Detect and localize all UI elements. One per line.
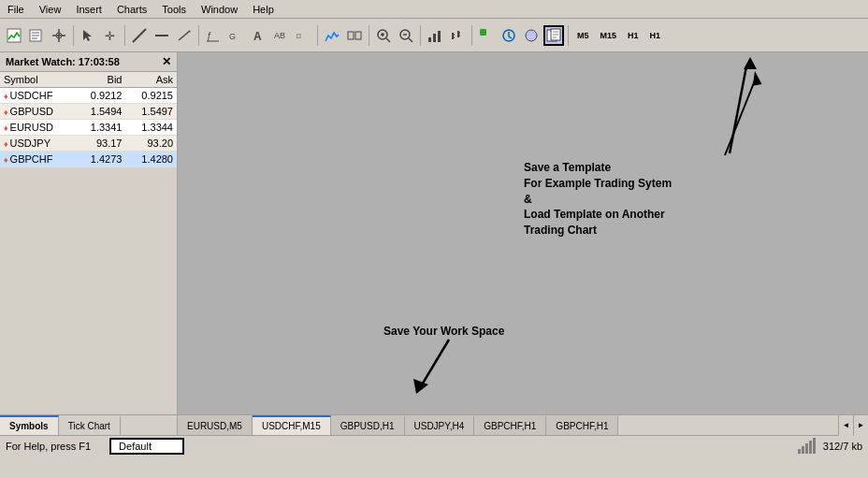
zoom-out-btn[interactable] [396,25,416,46]
chart-content: Save a Template For Example Trading Syte… [178,52,868,414]
svg-line-48 [725,80,755,155]
svg-rect-30 [433,34,436,42]
row-ask: 1.4280 [125,152,177,167]
gann-btn[interactable]: G [225,25,246,46]
menu-tools[interactable]: Tools [154,2,194,17]
row-symbol: ♦EURUSD [0,120,75,136]
row-ask: 1.5497 [125,104,177,120]
tab-tick-chart[interactable]: Tick Chart [59,415,121,435]
menu-file[interactable]: File [0,2,32,17]
sep6 [420,25,421,46]
tab-symbols[interactable]: Symbols [0,415,59,435]
svg-text:⌑: ⌑ [297,32,301,41]
svg-point-42 [526,30,537,41]
market-watch-row[interactable]: ♦USDJPY 93.17 93.20 [0,136,177,152]
market-watch-table: Symbol Bid Ask ♦USDCHF 0.9212 0.9215 ♦GB… [0,72,177,167]
hline-btn[interactable] [152,25,172,46]
market-watch-title: Market Watch: 17:03:58 [6,56,120,67]
row-ask: 93.20 [125,136,177,152]
timeframe-m15-btn[interactable]: M15 [596,25,622,46]
row-symbol: ♦USDJPY [0,136,75,152]
template-arrow [178,52,868,239]
row-ask: 0.9215 [125,88,177,104]
arrow-cursor-btn[interactable] [78,25,98,46]
status-help-text: For Help, press F1 [6,441,91,452]
market-watch-body: ♦USDCHF 0.9212 0.9215 ♦GBPUSD 1.5494 1.5… [0,88,177,167]
status-bar: For Help, press F1 Default 312/7 kb [0,435,868,456]
chart-tab-4[interactable]: GBPCHF,H1 [474,415,546,435]
row-bid: 1.3341 [75,120,126,136]
workspace-arrow [178,302,868,414]
chart-area: Save a Template For Example Trading Syte… [178,52,868,435]
scroll-right-btn[interactable]: ► [853,415,868,436]
bar2 [802,446,804,454]
col-symbol: Symbol [0,72,75,88]
trendline-btn[interactable] [174,25,195,46]
row-symbol: ♦USDCHF [0,88,75,104]
profiles-btn[interactable] [26,25,47,46]
text-btn[interactable]: A [248,25,268,46]
sep4 [317,25,318,46]
chart-history-btn[interactable] [425,25,445,46]
sep1 [73,25,74,46]
workspace-name-box[interactable]: Default [109,438,184,455]
menu-view[interactable]: View [32,2,69,17]
sep8 [568,25,569,46]
shapes-btn[interactable]: ⌑ [293,25,313,46]
line-btn[interactable] [129,25,150,46]
label-btn[interactable]: AB [270,25,291,46]
timeframe-m5-btn[interactable]: M5 [572,25,594,46]
template-btn[interactable] [543,25,564,46]
row-bid: 1.4273 [75,152,126,167]
status-right: 312/7 kb [798,438,862,454]
svg-rect-29 [428,37,431,42]
svg-marker-8 [83,30,92,41]
menu-window[interactable]: Window [194,2,245,17]
move-btn[interactable]: ✛ [100,25,121,46]
chart-tab-0[interactable]: EURUSD,M5 [178,415,253,435]
market-watch-btn[interactable] [499,25,519,46]
menu-charts[interactable]: Charts [109,2,154,17]
row-bid: 1.5494 [75,104,126,120]
row-symbol: ♦GBPCHF [0,152,75,167]
menu-bar: File View Insert Charts Tools Window Hel… [0,0,868,19]
market-watch-close-btn[interactable]: ✕ [162,55,171,68]
sep7 [471,25,472,46]
svg-marker-51 [744,57,757,69]
sep2 [124,25,125,46]
indicators-btn[interactable] [322,25,342,46]
chart-tab-2[interactable]: GBPUSD,H1 [331,415,405,435]
main-layout: Market Watch: 17:03:58 ✕ Symbol Bid Ask … [0,52,868,435]
scroll-left-btn[interactable]: ◄ [838,415,853,436]
bar3 [805,443,808,454]
toolbar: ✛ ƒ G A AB ⌑ [0,19,868,52]
row-bid: 93.17 [75,136,126,152]
crosshair-btn[interactable] [49,25,69,46]
svg-text:✛: ✛ [105,29,115,43]
sep5 [369,25,369,46]
menu-insert[interactable]: Insert [68,2,109,17]
svg-rect-21 [355,32,361,39]
chart-type-btn[interactable] [447,25,468,46]
market-watch-row[interactable]: ♦GBPUSD 1.5494 1.5497 [0,104,177,120]
theme-btn[interactable] [521,25,542,46]
timeframe-h1-btn[interactable]: H1 [623,25,644,46]
menu-help[interactable]: Help [245,2,282,17]
period-sep-btn[interactable] [344,25,365,46]
market-watch-row[interactable]: ♦GBPCHF 1.4273 1.4280 [0,152,177,167]
chart-tab-scroll: ◄ ► [838,415,868,436]
market-watch-row[interactable]: ♦USDCHF 0.9212 0.9215 [0,88,177,104]
chart-tab-3[interactable]: USDJPY,H4 [405,415,475,435]
fib-btn[interactable]: ƒ [203,25,224,46]
timeframe-h1b-btn[interactable]: H1 [645,25,666,46]
zoom-in-btn[interactable] [373,25,394,46]
new-chart-btn[interactable] [4,25,24,46]
market-watch-row[interactable]: ♦EURUSD 1.3341 1.3344 [0,120,177,136]
svg-rect-31 [438,31,441,42]
add-indicator-btn[interactable] [476,25,497,46]
chart-tab-1[interactable]: USDCHF,M15 [253,415,331,435]
svg-line-27 [409,38,412,42]
svg-line-52 [421,340,449,386]
chart-tab-5[interactable]: GBPCHF,H1 [546,415,618,435]
col-ask: Ask [125,72,177,88]
